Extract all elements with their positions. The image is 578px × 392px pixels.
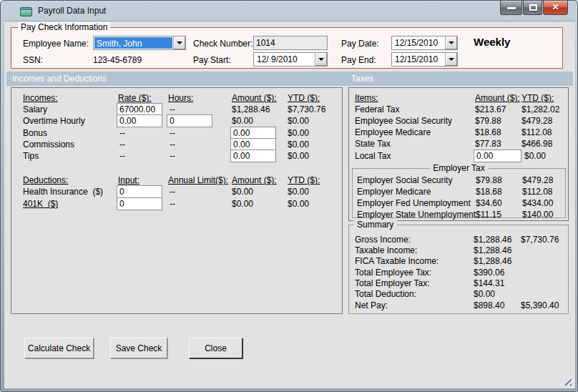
- net-pay-label: Net Pay:: [355, 300, 388, 310]
- incomes-col-rate: Rate ($):: [118, 93, 152, 103]
- overtime-hours-input[interactable]: [167, 114, 212, 127]
- total-employer-tax-amount: $144.31: [474, 278, 504, 288]
- pay-start-picker[interactable]: 12/ 9/2010: [253, 52, 328, 67]
- tips-amount-input[interactable]: [230, 150, 276, 162]
- section-header-bar: Incomes and Deductions Taxes: [6, 72, 573, 86]
- fica-taxable-income-label: FICA Taxable Income:: [355, 256, 439, 266]
- employee-ss-label: Employee Social Security: [355, 116, 452, 126]
- taxable-income-label: Taxable Income:: [355, 245, 417, 255]
- ssn-label: SSN:: [23, 55, 43, 65]
- health-insurance-label: Health Insurance ($): [23, 187, 103, 197]
- pay-date-label: Pay Date:: [341, 39, 379, 49]
- state-tax-amount: $77.83: [475, 139, 501, 149]
- overtime-ytd: $0.00: [288, 116, 309, 126]
- maximize-button[interactable]: [523, 1, 542, 15]
- 401k-amount: $0.00: [232, 199, 253, 209]
- health-insurance-ytd: $0.00: [288, 187, 309, 197]
- tips-rate: --: [119, 151, 125, 161]
- pay-date-value: 12/15/2010: [392, 36, 445, 49]
- total-employer-tax-label: Total Employer Tax:: [355, 278, 430, 288]
- federal-tax-ytd: $1,282.02: [521, 104, 559, 114]
- pay-end-dropdown-button[interactable]: [445, 53, 457, 66]
- employer-state-unemployment-ytd: $140.00: [522, 210, 553, 220]
- employer-fed-unemployment-amount: $34.60: [476, 198, 502, 208]
- employer-medicare-label: Employer Medicare: [357, 187, 431, 197]
- taxes-col-item: Items:: [355, 93, 378, 103]
- chevron-down-icon: [449, 58, 454, 61]
- local-tax-label: Local Tax: [355, 151, 391, 161]
- save-check-button[interactable]: Save Check: [110, 338, 167, 358]
- health-insurance-input[interactable]: [117, 185, 162, 198]
- taxes-col-ytd: YTD ($):: [521, 93, 554, 103]
- pay-start-dropdown-button[interactable]: [315, 53, 327, 66]
- pay-end-picker[interactable]: 12/15/2010: [391, 52, 458, 67]
- pay-date-picker[interactable]: 12/15/2010: [391, 36, 458, 50]
- local-tax-input[interactable]: [474, 150, 521, 162]
- 401k-input[interactable]: [117, 197, 162, 210]
- pay-end-value: 12/15/2010: [392, 53, 445, 66]
- fica-taxable-income-amount: $1,288.46: [474, 256, 511, 266]
- gross-income-amount: $1,288.46: [474, 235, 511, 245]
- incomes-deductions-section-title: Incomes and Deductions: [12, 74, 107, 84]
- tips-label: Tips: [23, 151, 39, 161]
- incomes-col-ytd: YTD ($):: [288, 93, 320, 103]
- employee-name-combobox[interactable]: Smith, John: [93, 36, 186, 50]
- employee-ss-amount: $79.88: [475, 116, 501, 126]
- taxable-income-amount: $1,288.46: [474, 245, 511, 255]
- close-button[interactable]: Close: [189, 338, 243, 358]
- employer-state-unemployment-label: Employer State Unemployment: [357, 210, 476, 220]
- employer-ss-label: Employer Social Security: [357, 175, 452, 185]
- federal-tax-amount: $213.67: [475, 104, 506, 114]
- employer-medicare-ytd: $112.08: [522, 187, 553, 197]
- employer-medicare-amount: $18.68: [476, 187, 502, 197]
- minimize-icon: [507, 7, 516, 9]
- app-icon: [20, 7, 32, 16]
- overtime-label: Overtime Hourly: [23, 116, 85, 126]
- deductions-col-ytd: YTD ($):: [288, 175, 320, 185]
- chevron-down-icon: [318, 58, 324, 61]
- bonus-label: Bonus: [23, 128, 47, 138]
- summary-group: Summary Gross Income: $1,288.46 $7,730.7…: [348, 225, 569, 314]
- incomes-col-item: Incomes:: [23, 93, 58, 103]
- pay-date-dropdown-button[interactable]: [445, 36, 457, 49]
- total-employee-tax-label: Total Employee Tax:: [355, 268, 431, 278]
- deductions-col-input: Input:: [118, 175, 139, 185]
- taxes-section-title: Taxes: [351, 74, 373, 84]
- deductions-col-limit: Annual Limit($):: [168, 175, 228, 185]
- check-number-input[interactable]: [253, 36, 328, 50]
- close-window-button[interactable]: ✕: [543, 1, 568, 15]
- check-number-label: Check Number:: [193, 39, 253, 49]
- salary-amount: $1,288.46: [232, 104, 270, 114]
- health-insurance-amount: $0.00: [232, 187, 253, 197]
- calculate-check-button[interactable]: Calculate Check: [24, 338, 94, 358]
- chevron-down-icon: [449, 41, 454, 44]
- employer-fed-unemployment-ytd: $434.00: [522, 198, 553, 208]
- employer-ss-ytd: $479.28: [522, 175, 553, 185]
- employer-tax-group-label: Employer Tax: [429, 163, 488, 174]
- form-client-area: Pay Check Information Employee Name: Smi…: [4, 21, 575, 388]
- commissions-ytd: $0.00: [288, 139, 309, 150]
- bonus-hours: --: [170, 128, 175, 138]
- gross-income-ytd: $7,730.76: [521, 235, 559, 245]
- chevron-down-icon: [177, 41, 182, 44]
- bonus-ytd: $0.00: [288, 128, 309, 138]
- ssn-value: 123-45-6789: [93, 55, 142, 65]
- paycheck-info-group-label: Pay Check Information: [18, 22, 110, 33]
- bonus-rate: --: [119, 128, 125, 138]
- salary-ytd: $7,730.76: [288, 104, 325, 114]
- net-pay-ytd: $5,390.40: [521, 300, 559, 310]
- titlebar[interactable]: Payroll Data Input ✕: [1, 1, 577, 21]
- salary-label: Salary: [23, 104, 47, 114]
- employee-name-label: Employee Name:: [23, 39, 89, 49]
- overtime-rate-input[interactable]: [117, 114, 162, 127]
- 401k-link[interactable]: 401K ($): [23, 199, 58, 209]
- health-insurance-limit: --: [170, 187, 175, 197]
- taxes-col-amount: Amount ($):: [475, 93, 520, 103]
- minimize-button[interactable]: [500, 1, 522, 15]
- payroll-window: Payroll Data Input ✕ Pay Check Informati…: [0, 0, 578, 392]
- employee-medicare-label: Employee Medicare: [355, 127, 431, 137]
- window-title: Payroll Data Input: [38, 6, 106, 16]
- employer-ss-amount: $79.88: [476, 175, 502, 185]
- gross-income-label: Gross Income:: [355, 235, 411, 245]
- employee-name-dropdown-button[interactable]: [173, 36, 185, 49]
